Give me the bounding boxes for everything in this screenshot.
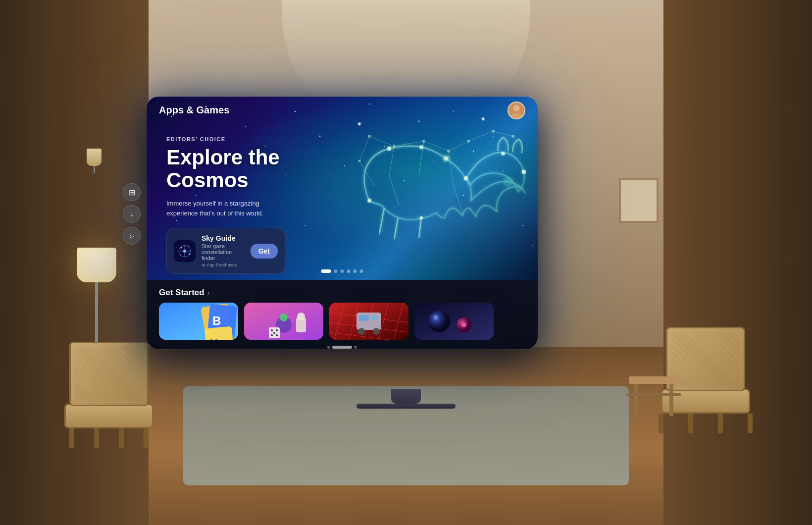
svg-point-97	[271, 334, 273, 336]
wall-picture-frame	[619, 178, 659, 223]
chair-leg	[94, 428, 99, 448]
stand-base	[356, 404, 456, 409]
chair-leg	[688, 414, 693, 433]
svg-point-99	[273, 332, 275, 334]
svg-text:B: B	[212, 314, 221, 327]
wall-sconce	[87, 149, 102, 173]
scroll-indicator	[147, 347, 538, 349]
svg-point-113	[373, 328, 380, 335]
svg-point-117	[461, 322, 466, 327]
table-leg	[634, 384, 638, 416]
chair-left	[59, 342, 158, 451]
svg-point-80	[188, 246, 189, 247]
svg-point-93	[297, 313, 305, 320]
svg-point-112	[358, 328, 365, 335]
hero-title-line2: Cosmos	[166, 168, 249, 192]
svg-line-60	[394, 218, 398, 239]
table-top	[629, 376, 678, 384]
get-started-label: Get Started	[159, 288, 204, 298]
sidebar-icon-apps[interactable]: ⊞	[123, 183, 141, 201]
download-icon: ↓	[130, 210, 134, 218]
app-tile-2[interactable]	[244, 303, 323, 340]
svg-point-61	[387, 147, 391, 151]
sconce-shade	[87, 149, 102, 166]
bottom-section: Get Started › B	[147, 280, 538, 349]
pagination-dot-1[interactable]	[321, 269, 331, 273]
chair-back	[69, 342, 149, 406]
sidebar: ⊞ ↓ ⌕	[123, 183, 141, 245]
svg-point-82	[180, 255, 181, 256]
svg-text:U: U	[210, 336, 218, 340]
sidebar-icon-search[interactable]: ⌕	[123, 227, 141, 245]
side-table	[629, 376, 678, 416]
stand-neck	[391, 389, 421, 404]
chair-leg	[69, 428, 74, 448]
svg-rect-114	[414, 303, 494, 340]
chair-leg	[119, 428, 124, 448]
svg-point-2	[245, 126, 246, 127]
svg-point-91	[280, 314, 288, 321]
app-title: Apps & Games	[159, 105, 229, 116]
user-avatar[interactable]	[508, 102, 525, 119]
svg-point-79	[181, 247, 182, 248]
hero-content: EDITORS' CHOICE Explore the Cosmos Immer…	[166, 136, 285, 274]
svg-point-67	[368, 199, 371, 203]
chair-seat	[64, 404, 153, 428]
svg-point-30	[532, 245, 533, 246]
svg-line-57	[419, 218, 421, 238]
svg-point-12	[319, 136, 321, 137]
pagination-dot-5[interactable]	[354, 269, 357, 273]
get-app-button[interactable]: Get	[251, 244, 278, 259]
sidebar-icon-download[interactable]: ↓	[123, 205, 141, 223]
app-card[interactable]: Sky Guide Star gaze constellation finder…	[166, 228, 285, 274]
hero-title-line1: Explore the	[166, 146, 280, 169]
pagination-dot-2[interactable]	[334, 269, 338, 273]
svg-point-68	[420, 216, 423, 219]
pagination-dot-4[interactable]	[347, 269, 351, 273]
scroll-dot-1	[327, 346, 330, 349]
app-tile-4[interactable]	[414, 303, 494, 340]
svg-point-28	[304, 225, 305, 226]
table-leg	[669, 384, 673, 416]
pagination-dot-3[interactable]	[341, 269, 344, 273]
editors-choice-badge: EDITORS' CHOICE	[166, 136, 285, 142]
svg-rect-87	[204, 326, 235, 340]
app-subtitle: Star gaze constellation finder	[202, 243, 245, 261]
app-info: Sky Guide Star gaze constellation finder…	[202, 234, 245, 267]
app-store-screen: Apps & Games EDITORS' CHOICE Explore the…	[147, 97, 538, 349]
svg-point-96	[276, 329, 278, 331]
svg-point-72	[513, 105, 519, 111]
pagination-dots	[321, 269, 363, 273]
search-icon: ⌕	[129, 231, 134, 240]
apps-icon: ⊞	[129, 188, 135, 197]
chair-legs	[649, 414, 762, 433]
app-purchases-label: In-App Purchases	[202, 262, 245, 267]
svg-point-70	[503, 177, 513, 187]
app-name: Sky Guide	[202, 234, 245, 242]
svg-point-118	[433, 315, 438, 320]
get-started-header: Get Started ›	[147, 280, 538, 303]
chair-leg	[659, 414, 663, 433]
chevron-right-icon[interactable]: ›	[207, 289, 210, 297]
pagination-dot-6[interactable]	[360, 269, 363, 273]
hero-description: Immerse yourself in a stargazing experie…	[166, 199, 280, 218]
table-legs	[629, 384, 678, 416]
sconce-arm	[94, 166, 95, 173]
lamp-shade	[77, 248, 116, 282]
hero-title: Explore the Cosmos	[166, 146, 285, 192]
svg-point-64	[464, 176, 468, 180]
svg-point-66	[522, 170, 526, 174]
bear-constellation-svg	[340, 102, 528, 250]
app-icon	[174, 240, 196, 262]
screen-stand	[356, 389, 456, 409]
app-tile-3[interactable]	[329, 303, 408, 340]
app-grid: B U	[147, 303, 538, 340]
header-bar: Apps & Games	[147, 97, 538, 124]
svg-line-59	[379, 208, 384, 234]
app-tile-1[interactable]: B U	[159, 303, 238, 340]
svg-rect-110	[359, 315, 369, 321]
wall-shelf	[626, 393, 681, 396]
svg-point-65	[502, 152, 505, 156]
chair-legs	[59, 428, 158, 448]
svg-point-62	[420, 146, 423, 149]
